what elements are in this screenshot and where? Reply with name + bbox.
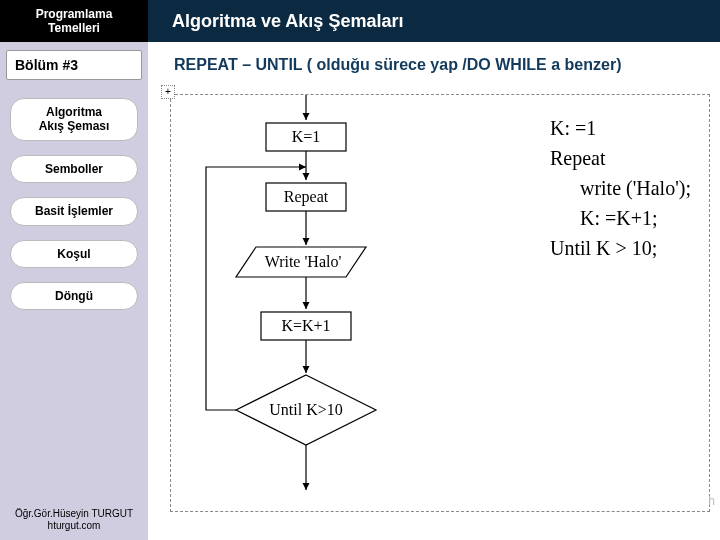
flow-increment: K=K+1: [281, 317, 330, 334]
flow-assign: K=1: [292, 128, 321, 145]
sidebar-item-symbols[interactable]: Semboller: [10, 155, 138, 183]
content: REPEAT – UNTIL ( olduğu sürece yap /DO W…: [148, 42, 720, 540]
pseudo-line-4: K: =K+1;: [550, 203, 691, 233]
author-name: Öğr.Gör.Hüseyin TURGUT: [0, 508, 148, 520]
sidebar-item-algorithm[interactable]: Algoritma Akış Şeması: [10, 98, 138, 141]
sidebar-item-condition[interactable]: Koşul: [10, 240, 138, 268]
sidebar-item-label: Döngü: [55, 289, 93, 303]
header: Programlama Temelleri Algoritma ve Akış …: [0, 0, 720, 42]
sidebar-item-label: Basit İşlemler: [35, 204, 113, 218]
header-course-line1: Programlama: [36, 7, 113, 21]
sidebar-item-label: Semboller: [45, 162, 103, 176]
flow-repeat: Repeat: [284, 188, 329, 206]
watermark: h: [708, 494, 716, 508]
sidebar-item-loop[interactable]: Döngü: [10, 282, 138, 310]
diagram-container: + K=1 Repeat Write 'Halo' K=: [170, 94, 710, 512]
sidebar-item-label: Algoritma Akış Şeması: [39, 105, 110, 133]
sidebar-item-basic-ops[interactable]: Basit İşlemler: [10, 197, 138, 225]
header-title: Algoritma ve Akış Şemaları: [148, 0, 720, 42]
author-footer: Öğr.Gör.Hüseyin TURGUT hturgut.com: [0, 508, 148, 532]
sidebar: Bölüm #3 Algoritma Akış Şeması Semboller…: [0, 42, 148, 540]
page-title: Algoritma ve Akış Şemaları: [172, 11, 403, 32]
pseudo-line-2: Repeat: [550, 143, 691, 173]
subtitle: REPEAT – UNTIL ( olduğu sürece yap /DO W…: [174, 56, 708, 74]
flowchart: K=1 Repeat Write 'Halo' K=K+1 Until K>10: [171, 95, 471, 515]
chapter-text: Bölüm #3: [15, 57, 78, 73]
flow-condition: Until K>10: [269, 401, 342, 418]
pseudocode: K: =1 Repeat write ('Halo'); K: =K+1; Un…: [550, 113, 691, 263]
header-course-line2: Temelleri: [48, 21, 100, 35]
chapter-label: Bölüm #3: [6, 50, 142, 80]
author-site: hturgut.com: [0, 520, 148, 532]
pseudo-line-3: write ('Halo');: [550, 173, 691, 203]
sidebar-item-label: Koşul: [57, 247, 90, 261]
flow-action: Write 'Halo': [265, 253, 342, 270]
pseudo-line-5: Until K > 10;: [550, 233, 691, 263]
pseudo-line-1: K: =1: [550, 113, 691, 143]
header-course: Programlama Temelleri: [0, 0, 148, 42]
